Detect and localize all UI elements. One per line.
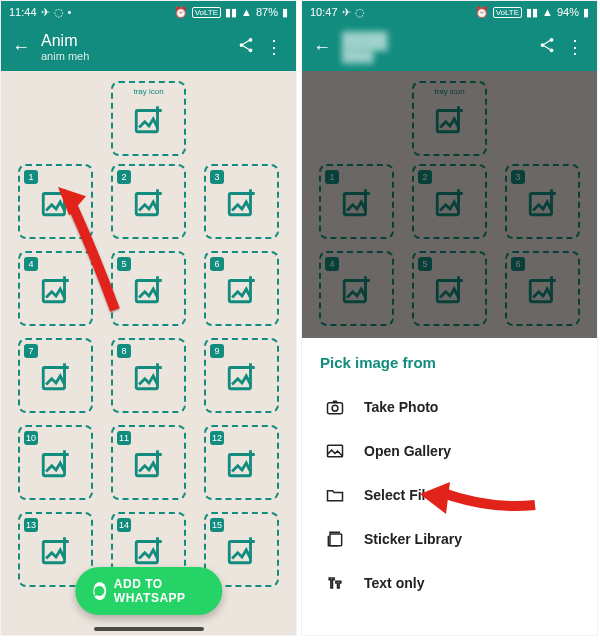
- add-image-icon: [39, 446, 73, 480]
- add-image-icon: [132, 272, 166, 306]
- add-image-icon: [132, 446, 166, 480]
- whatsapp-icon: [93, 582, 106, 600]
- sticker-slot-4[interactable]: 4: [18, 251, 93, 326]
- sticker-slot: 2: [412, 164, 487, 239]
- sticker-slot-2[interactable]: 2: [111, 164, 186, 239]
- sticker-slot-5[interactable]: 5: [111, 251, 186, 326]
- add-image-icon: [132, 102, 166, 136]
- page-subtitle: ████: [342, 50, 533, 62]
- option-label: Sticker Library: [364, 531, 462, 547]
- add-image-icon: [225, 185, 259, 219]
- add-image-icon: [132, 185, 166, 219]
- add-image-icon: [225, 446, 259, 480]
- signal-icon: ▮▮: [225, 6, 237, 19]
- wifi-icon: ▲: [241, 6, 252, 18]
- battery-text: 87%: [256, 6, 278, 18]
- library-icon: [324, 529, 346, 549]
- volte-icon: VoLTE: [493, 7, 522, 18]
- app-bar: ← ████ ████ ⋮: [302, 23, 597, 71]
- fab-label: ADD TO WHATSAPP: [114, 577, 204, 605]
- slot-number: 6: [210, 257, 224, 271]
- status-time: 10:47: [310, 6, 338, 18]
- sticker-slot: 4: [319, 251, 394, 326]
- sticker-slot: 5: [412, 251, 487, 326]
- svg-point-30: [332, 405, 338, 411]
- sticker-grid-area: tray icon 1 2 3 4 5 6 7 8 9: [1, 71, 296, 635]
- add-image-icon: [225, 359, 259, 393]
- share-button[interactable]: [533, 36, 561, 59]
- camera-icon: [324, 397, 346, 417]
- slot-number: 4: [24, 257, 38, 271]
- status-bar: 10:47 ✈ ◌ ⏰ VoLTE ▮▮ ▲ 94% ▮: [302, 1, 597, 23]
- more-button[interactable]: ⋮: [260, 36, 288, 58]
- add-image-icon: [39, 185, 73, 219]
- telegram-icon: ✈: [342, 6, 351, 19]
- slot-number: 5: [117, 257, 131, 271]
- slot-number: 15: [210, 518, 224, 532]
- slot-number: 1: [24, 170, 38, 184]
- right-screenshot: 10:47 ✈ ◌ ⏰ VoLTE ▮▮ ▲ 94% ▮ ← ████ ████: [301, 0, 598, 636]
- option-label: Open Gallery: [364, 443, 451, 459]
- option-sticker-library[interactable]: Sticker Library: [320, 517, 579, 561]
- add-image-icon: [225, 533, 259, 567]
- slot-number: 14: [117, 518, 131, 532]
- page-subtitle: anim meh: [41, 50, 232, 62]
- sticker-slot-11[interactable]: 11: [111, 425, 186, 500]
- gallery-icon: [324, 441, 346, 461]
- battery-icon: ▮: [282, 6, 288, 19]
- whatsapp-status-icon: ◌: [355, 6, 365, 19]
- sticker-slot-1[interactable]: 1: [18, 164, 93, 239]
- app-bar: ← Anim anim meh ⋮: [1, 23, 296, 71]
- battery-text: 94%: [557, 6, 579, 18]
- signal-icon: ▮▮: [526, 6, 538, 19]
- slot-number: 3: [210, 170, 224, 184]
- sticker-slot-8[interactable]: 8: [111, 338, 186, 413]
- text-icon: [324, 573, 346, 593]
- tray-icon-slot[interactable]: tray icon: [111, 81, 186, 156]
- option-select-file[interactable]: Select File: [320, 473, 579, 517]
- add-image-icon: [225, 272, 259, 306]
- page-title: Anim: [41, 32, 232, 50]
- alarm-icon: ⏰: [174, 6, 188, 19]
- svg-rect-29: [328, 403, 343, 414]
- add-image-icon: [132, 359, 166, 393]
- option-label: Take Photo: [364, 399, 438, 415]
- wifi-icon: ▲: [542, 6, 553, 18]
- sticker-slot-9[interactable]: 9: [204, 338, 279, 413]
- option-take-photo[interactable]: Take Photo: [320, 385, 579, 429]
- slot-number: 10: [24, 431, 38, 445]
- slot-number: 8: [117, 344, 131, 358]
- status-time: 11:44: [9, 6, 37, 18]
- slot-number: 2: [117, 170, 131, 184]
- sticker-slot: 6: [505, 251, 580, 326]
- share-button[interactable]: [232, 36, 260, 59]
- tray-icon-slot: tray icon: [412, 81, 487, 156]
- sticker-slot: 1: [319, 164, 394, 239]
- slot-number: 9: [210, 344, 224, 358]
- sticker-slot-7[interactable]: 7: [18, 338, 93, 413]
- sticker-slot-12[interactable]: 12: [204, 425, 279, 500]
- battery-icon: ▮: [583, 6, 589, 19]
- add-image-icon: [39, 272, 73, 306]
- sticker-slot: 3: [505, 164, 580, 239]
- back-button[interactable]: ←: [310, 37, 334, 58]
- option-open-gallery[interactable]: Open Gallery: [320, 429, 579, 473]
- back-button[interactable]: ←: [9, 37, 33, 58]
- add-to-whatsapp-button[interactable]: ADD TO WHATSAPP: [75, 567, 223, 615]
- add-image-icon: [132, 533, 166, 567]
- tray-label: tray icon: [434, 87, 464, 96]
- option-label: Select File: [364, 487, 433, 503]
- option-text-only[interactable]: Text only: [320, 561, 579, 605]
- option-label: Text only: [364, 575, 424, 591]
- sticker-slot-6[interactable]: 6: [204, 251, 279, 326]
- page-title: ████: [342, 32, 533, 50]
- svg-rect-31: [328, 445, 343, 457]
- slot-number: 12: [210, 431, 224, 445]
- whatsapp-status-icon: ◌: [54, 6, 64, 19]
- add-image-icon: [39, 359, 73, 393]
- sticker-slot-10[interactable]: 10: [18, 425, 93, 500]
- status-bar: 11:44 ✈ ◌ • ⏰ VoLTE ▮▮ ▲ 87% ▮: [1, 1, 296, 23]
- nav-pill: [94, 627, 204, 631]
- more-button[interactable]: ⋮: [561, 36, 589, 58]
- sticker-slot-3[interactable]: 3: [204, 164, 279, 239]
